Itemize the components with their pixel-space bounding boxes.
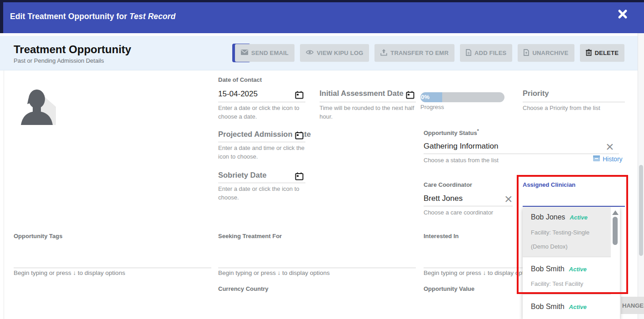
projected-admission-helper: Enter a date and time or click the icon … — [218, 144, 308, 161]
currency-country-label: Currency Country — [218, 285, 269, 292]
date-of-contact-input[interactable]: 15-04-2025 — [218, 90, 258, 99]
send-email-label: SEND EMAIL — [251, 50, 289, 56]
eye-outline-icon — [306, 50, 317, 56]
clinician-facility: Facility: Test Facility — [531, 280, 583, 287]
status-history-link[interactable]: History — [593, 155, 623, 163]
opportunity-status-label: Opportunity Status* — [424, 129, 479, 136]
care-coordinator-label: Care Coordinator — [424, 181, 472, 188]
scroll-up-arrow-icon[interactable] — [612, 210, 619, 215]
clinician-facility: Facility: Testing-Single — [531, 229, 589, 236]
unarchive-button[interactable]: UNARCHIVE — [518, 44, 574, 62]
date-of-contact-label: Date of Contact — [218, 76, 262, 83]
priority-helper: Choose a Priority from the list — [523, 104, 600, 113]
page-scrollbar[interactable] — [638, 33, 644, 319]
clear-care-coordinator-icon[interactable]: × — [504, 192, 513, 206]
sobriety-date-underline — [218, 183, 305, 183]
clinician-status-badge: Active — [569, 304, 587, 310]
page-left-edge — [0, 0, 3, 33]
section-title: Treatment Opportunity — [14, 43, 131, 56]
date-of-contact-helper: Enter a date or click the icon to choose… — [218, 104, 308, 121]
initial-assessment-helper: Time will be rounded to the next half ho… — [320, 104, 419, 121]
clinician-name: Bob Jones — [531, 213, 565, 221]
progress-bar-fill: 40% — [420, 92, 442, 102]
file-icon — [466, 49, 474, 57]
upload-icon — [380, 49, 390, 57]
opportunity-status-underline — [424, 154, 619, 154]
assigned-clinician-input[interactable] — [523, 194, 625, 206]
assigned-clinician-dropdown: Bob JonesActive Facility: Testing-Single… — [523, 207, 620, 319]
section-subtitle: Past or Pending Admission Details — [14, 57, 104, 64]
history-link-label: History — [603, 155, 623, 163]
transfer-to-emr-label: TRANSFER TO EMR — [390, 50, 449, 56]
list-item[interactable]: Bob JonesActive Facility: Testing-Single… — [523, 207, 611, 257]
modal-title-prefix: Edit Treatment Opportunity for — [10, 12, 130, 21]
care-coordinator-helper: Choose a care coordinator — [424, 209, 493, 217]
progress-bar: 40% — [420, 92, 504, 102]
calendar-icon[interactable] — [406, 91, 414, 101]
initial-assessment-underline — [320, 102, 416, 102]
modal-title-record-name: Test Record — [130, 12, 176, 21]
add-files-button[interactable]: ADD FILES — [460, 44, 512, 62]
calendar-icon[interactable] — [295, 131, 304, 141]
projected-admission-underline — [218, 142, 305, 142]
required-asterisk: * — [477, 129, 479, 134]
delete-button[interactable]: DELETE — [580, 44, 624, 62]
transfer-to-emr-button[interactable]: TRANSFER TO EMR — [374, 44, 454, 62]
modal-title: Edit Treatment Opportunity for Test Reco… — [10, 12, 175, 21]
opportunity-status-label-text: Opportunity Status — [424, 130, 477, 136]
view-kipu-log-button[interactable]: VIEW KIPU LOG — [300, 44, 369, 62]
avatar — [14, 84, 61, 127]
progress-label: Progress — [420, 103, 444, 112]
list-item[interactable]: Bob SmithActive Facility: Test Facility — [523, 257, 611, 294]
close-icon[interactable] — [614, 6, 631, 22]
seeking-treatment-for-input[interactable]: Begin typing or press ↓ to display optio… — [218, 269, 329, 276]
unarchive-label: UNARCHIVE — [532, 50, 568, 56]
add-files-label: ADD FILES — [474, 50, 506, 56]
progress-percent: 40% — [420, 92, 442, 102]
opportunity-status-input[interactable]: Gathering Information — [424, 142, 498, 151]
sobriety-date-helper: Enter a date or click the icon to choose… — [218, 185, 308, 202]
list-item[interactable]: Bob SmithActive — [523, 294, 611, 319]
history-icon — [593, 155, 600, 163]
seeking-treatment-underline — [218, 268, 416, 268]
seeking-treatment-for-label: Seeking Treatment For — [218, 233, 282, 239]
care-coordinator-input[interactable]: Brett Jones — [424, 194, 463, 203]
modal-left-border — [4, 70, 4, 319]
toolbar: SEND EMAIL VIEW KIPU LOG TRANSFER TO EMR… — [235, 44, 624, 62]
care-coordinator-underline — [424, 206, 513, 206]
dropdown-scrollbar-thumb[interactable] — [613, 217, 618, 245]
priority-underline — [523, 102, 625, 102]
envelope-icon — [241, 50, 251, 56]
assigned-clinician-label: Assigned Clinician — [523, 181, 575, 188]
interested-in-input[interactable]: Begin typing or press ↓ to display optio… — [424, 269, 535, 276]
clear-status-icon[interactable]: × — [606, 140, 614, 154]
date-of-contact-underline — [218, 102, 305, 102]
file-restore-icon — [524, 49, 532, 57]
clinician-facility-secondary: (Demo Detox) — [531, 243, 568, 250]
clinician-name: Bob Smith — [531, 303, 564, 310]
opportunity-tags-label: Opportunity Tags — [14, 233, 62, 239]
modal-header: Edit Treatment Opportunity for Test Reco… — [0, 2, 644, 33]
priority-input[interactable]: Priority — [523, 89, 549, 98]
initial-assessment-date-input[interactable]: Initial Assessment Date — [320, 89, 404, 98]
page-scrollbar-thumb[interactable] — [639, 165, 643, 256]
delete-label: DELETE — [595, 50, 619, 56]
send-email-button[interactable]: SEND EMAIL — [235, 44, 295, 62]
opportunity-tags-input[interactable]: Begin typing or press ↓ to display optio… — [14, 269, 125, 276]
opportunity-status-helper: Choose a status from the list — [424, 156, 499, 165]
clinician-status-badge: Active — [570, 214, 588, 221]
clinician-name: Bob Smith — [531, 265, 564, 273]
assigned-clinician-underline-focused — [523, 206, 625, 207]
save-changes-button-clipped[interactable]: HANGES — [621, 297, 644, 314]
interested-in-underline — [424, 268, 528, 268]
calendar-icon[interactable] — [295, 91, 304, 101]
trash-icon — [586, 49, 595, 57]
interested-in-label: Interested In — [424, 233, 459, 239]
sobriety-date-input[interactable]: Sobriety Date — [218, 171, 266, 179]
clinician-status-badge: Active — [569, 266, 587, 273]
view-kipu-log-label: VIEW KIPU LOG — [317, 50, 363, 56]
calendar-icon[interactable] — [295, 172, 304, 182]
opportunity-tags-underline — [14, 268, 211, 268]
opportunity-value-label: Opportunity Value — [424, 285, 474, 292]
